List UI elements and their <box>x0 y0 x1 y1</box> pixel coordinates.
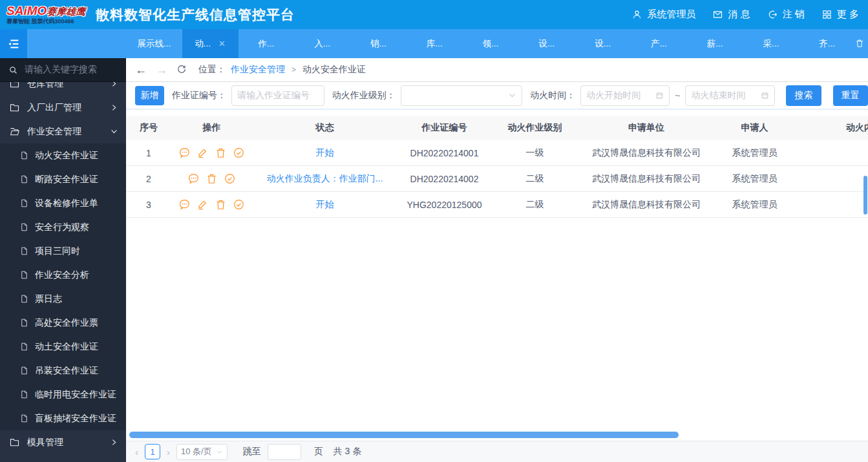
user-icon <box>631 9 642 20</box>
jump-page-input[interactable] <box>268 444 301 460</box>
action-icons <box>178 147 245 159</box>
sidebar-group-入厂出厂管理[interactable]: 入厂出厂管理 <box>0 96 126 120</box>
sidebar-item-盲板抽堵安全作业证[interactable]: 盲板抽堵安全作业证 <box>0 406 126 430</box>
end-time-placeholder: 动火结束时间 <box>691 90 745 101</box>
sidebar-item-安全行为观察[interactable]: 安全行为观察 <box>0 215 126 239</box>
nav-back-icon[interactable]: ← <box>135 63 147 77</box>
current-user[interactable]: 系统管理员 <box>631 8 695 21</box>
tab[interactable]: 作... <box>238 29 295 58</box>
tab-close-icon[interactable]: ✕ <box>218 39 226 48</box>
horizontal-scrollbar[interactable] <box>129 432 679 438</box>
start-time-input[interactable]: 动火开始时间 <box>580 85 670 106</box>
sidebar-item-临时用电安全作业证[interactable]: 临时用电安全作业证 <box>0 383 126 406</box>
tab[interactable]: 设... <box>518 29 575 58</box>
status-link[interactable]: 动火作业负责人：作业部门... <box>267 173 383 185</box>
chevron-right-icon <box>110 438 118 446</box>
chevron-right-icon <box>110 103 118 112</box>
close-all-tabs-button[interactable] <box>854 38 865 51</box>
sidebar-collapse-button[interactable] <box>0 29 27 58</box>
brand-logo[interactable]: SAiMO赛摩雄鹰 赛摩智能 股票代码300466 <box>6 5 89 25</box>
cell-org: 武汉博晟信息科技有限公司 <box>578 192 714 217</box>
sidebar-item-label: 高处安全作业票 <box>35 317 98 329</box>
tab-active[interactable]: 动...✕ <box>182 29 238 58</box>
sidebar-item-高处安全作业票[interactable]: 高处安全作业票 <box>0 311 126 335</box>
tab[interactable]: 采... <box>743 29 799 58</box>
comment-button[interactable] <box>178 147 191 159</box>
refresh-icon[interactable] <box>176 64 187 76</box>
messages-label: 消 息 <box>728 8 750 21</box>
table-row: 1开始DH20220214001一级武汉博晟信息科技有限公司系统管理员 <box>126 140 868 166</box>
check-button[interactable] <box>224 173 236 185</box>
vertical-scrollbar[interactable] <box>863 176 867 215</box>
comment-button[interactable] <box>187 173 200 185</box>
cell-content <box>795 166 868 191</box>
sidebar-group-模具管理[interactable]: 模具管理 <box>0 430 126 454</box>
cell-seq: 1 <box>126 140 171 165</box>
data-table: 序号操作状态作业证编号动火作业级别申请单位申请人动火内 1开始DH2022021… <box>126 116 868 218</box>
delete-button[interactable] <box>215 147 227 159</box>
nav-forward-icon[interactable]: → <box>156 63 167 77</box>
file-icon <box>19 294 29 304</box>
tab[interactable]: 领... <box>463 29 519 58</box>
column-header: 动火作业级别 <box>491 116 578 140</box>
next-page-icon[interactable]: › <box>167 446 170 457</box>
sidebar-item-项目三同时[interactable]: 项目三同时 <box>0 239 126 263</box>
tab[interactable]: 设... <box>575 29 631 58</box>
sidebar-item-作业安全分析[interactable]: 作业安全分析 <box>0 263 126 287</box>
delete-button[interactable] <box>206 173 218 185</box>
cell-actions <box>171 166 252 191</box>
sidebar-item-设备检修作业单[interactable]: 设备检修作业单 <box>0 191 126 215</box>
status-link[interactable]: 开始 <box>316 147 334 159</box>
brand-name-cn: 赛摩雄鹰 <box>47 6 85 17</box>
cell-applicant: 系统管理员 <box>714 140 795 165</box>
column-header: 申请单位 <box>578 116 714 140</box>
page-number-button[interactable]: 1 <box>145 444 160 459</box>
cell-status: 开始 <box>252 140 397 165</box>
end-time-input[interactable]: 动火结束时间 <box>685 85 774 106</box>
tab[interactable]: 齐... <box>799 29 855 58</box>
cert-no-input[interactable]: 请输入作业证编号 <box>231 85 324 106</box>
search-button[interactable]: 搜索 <box>786 85 821 106</box>
cell-level: 二级 <box>491 166 578 191</box>
logout-button[interactable]: 注 销 <box>767 8 805 21</box>
delete-button[interactable] <box>215 198 227 211</box>
tab[interactable]: 库... <box>407 29 463 58</box>
cell-cert-no: DH20220214001 <box>397 140 491 165</box>
check-button[interactable] <box>233 198 245 211</box>
edit-button[interactable] <box>196 147 209 159</box>
sidebar-item-label: 项目三同时 <box>35 246 80 257</box>
edit-button[interactable] <box>196 198 209 211</box>
sidebar-item-断路安全作业证[interactable]: 断路安全作业证 <box>0 167 126 191</box>
sidebar-item-吊装安全作业证[interactable]: 吊装安全作业证 <box>0 359 126 383</box>
page-size-select[interactable]: 10 条/页 <box>176 444 228 460</box>
sidebar-search-placeholder: 请输入关键字搜索 <box>25 64 97 76</box>
tab-label: 入... <box>314 38 330 50</box>
messages-button[interactable]: 消 息 <box>712 8 750 21</box>
cell-content <box>795 140 868 165</box>
column-header: 作业证编号 <box>397 116 491 140</box>
sidebar-item-动土安全作业证[interactable]: 动土安全作业证 <box>0 335 126 359</box>
search-icon <box>8 65 18 75</box>
level-select[interactable] <box>401 85 523 106</box>
tab[interactable]: 产... <box>631 29 687 58</box>
tab[interactable]: 展示线... <box>126 29 182 58</box>
sidebar-item-动火安全作业证[interactable]: 动火安全作业证 <box>0 143 126 167</box>
sidebar-item-票日志[interactable]: 票日志 <box>0 287 126 311</box>
more-button[interactable]: 更 多 <box>821 8 859 21</box>
folder-icon <box>9 102 20 113</box>
breadcrumb-parent-link[interactable]: 作业安全管理 <box>231 64 285 76</box>
status-link[interactable]: 开始 <box>316 199 334 211</box>
prev-page-icon[interactable]: ‹ <box>135 446 138 457</box>
reset-button[interactable]: 重置 <box>833 85 868 106</box>
add-button[interactable]: 新增 <box>135 86 164 105</box>
tab[interactable]: 入... <box>294 29 350 58</box>
comment-button[interactable] <box>178 198 191 211</box>
sidebar-search-input[interactable]: 请输入关键字搜索 <box>0 58 126 82</box>
check-button[interactable] <box>233 147 245 159</box>
sidebar-group-作业安全管理[interactable]: 作业安全管理 <box>0 120 126 143</box>
sidebar-group-label: 作业安全管理 <box>27 126 110 138</box>
cell-org: 武汉博晟信息科技有限公司 <box>578 140 714 165</box>
tab[interactable]: 销... <box>350 29 407 58</box>
tab[interactable]: 薪... <box>687 29 743 58</box>
file-icon <box>19 151 29 160</box>
